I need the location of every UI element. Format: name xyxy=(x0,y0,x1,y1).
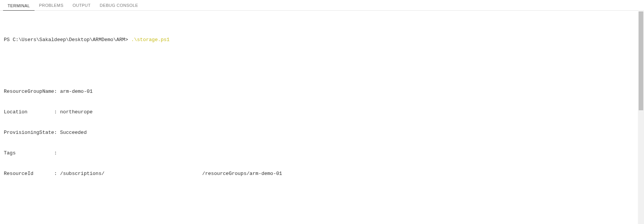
tab-output[interactable]: OUTPUT xyxy=(68,2,95,10)
output-block-deployment: ResourceGroupName: arm-demo-01 OnErrorDe… xyxy=(4,218,640,224)
colon: : xyxy=(54,88,60,95)
scrollbar-thumb[interactable] xyxy=(639,11,643,110)
label: ResourceId xyxy=(4,170,54,177)
tab-terminal[interactable]: TERMINAL xyxy=(3,2,35,11)
colon: : xyxy=(54,150,60,157)
label: ResourceGroupName xyxy=(4,88,54,95)
panel-tabs: TERMINAL PROBLEMS OUTPUT DEBUG CONSOLE xyxy=(0,0,644,11)
terminal-view[interactable]: PS C:\Users\Sakaldeep\Desktop\ARMDemo\AR… xyxy=(0,11,644,224)
colon: : xyxy=(54,109,60,116)
label: Location xyxy=(4,109,54,116)
vertical-scrollbar[interactable] xyxy=(638,11,644,224)
prompt-prefix: PS C:\Users\Sakaldeep\Desktop\ARMDemo\AR… xyxy=(4,37,131,43)
label: ProvisioningState xyxy=(4,129,54,136)
tab-problems[interactable]: PROBLEMS xyxy=(35,2,68,10)
value: northeurope xyxy=(60,109,93,116)
value: arm-demo-01 xyxy=(60,88,93,95)
value: /subscriptions/ /resourceGroups/arm-demo… xyxy=(60,170,282,177)
tab-debug-console[interactable]: DEBUG CONSOLE xyxy=(95,2,143,10)
value: Succeeded xyxy=(60,129,87,136)
label: Tags xyxy=(4,150,54,157)
prompt-command: .\storage.ps1 xyxy=(131,37,169,43)
output-block-resourcegroup: ResourceGroupName: arm-demo-01 Location:… xyxy=(4,75,640,191)
colon: : xyxy=(54,129,60,136)
colon: : xyxy=(54,170,60,177)
prompt-line: PS C:\Users\Sakaldeep\Desktop\ARMDemo\AR… xyxy=(4,37,640,47)
